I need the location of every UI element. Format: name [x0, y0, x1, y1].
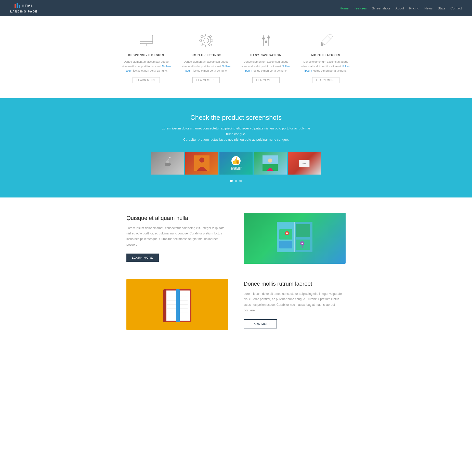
bar-icon-1	[15, 4, 16, 8]
map-section: Quisque et aliquam nulla Lorem ipsum dol…	[0, 197, 472, 279]
navbar-links: Home Features Screenshots About Pricing …	[340, 6, 462, 10]
map-desc: Lorem ipsum dolor sit amet, consectetur …	[126, 226, 228, 247]
svg-rect-9	[211, 40, 213, 41]
feature-desc-1: Donec elementum accumsan augue vitae mat…	[121, 60, 171, 73]
map-content-row: Quisque et aliquam nulla Lorem ipsum dol…	[126, 213, 346, 264]
wallet-content-row: Donec mollis rutrum laoreet Lorem ipsum …	[126, 279, 346, 330]
brand: HTML LANDING PAGE	[10, 3, 38, 13]
feature-item-more: MORE FEATURES Donec elementum accumsan a…	[301, 32, 351, 83]
svg-rect-7	[205, 45, 207, 47]
brand-subtitle: LANDING PAGE	[10, 10, 38, 13]
map-heading: Quisque et aliquam nulla	[126, 215, 228, 221]
svg-text:iorpo: iorpo	[303, 163, 306, 164]
carousel-dot-1[interactable]	[230, 180, 233, 182]
feature-title-1: RESPONSIVE DESIGN	[121, 54, 171, 57]
svg-point-42	[286, 232, 288, 234]
map-svg	[272, 219, 318, 257]
svg-point-25	[169, 157, 171, 158]
screenshot-thumb-4[interactable]	[254, 152, 287, 175]
carousel-dot-2[interactable]	[235, 180, 237, 182]
screenshot-thumb-2[interactable]	[185, 152, 218, 175]
svg-line-21	[327, 36, 331, 39]
navbar: HTML LANDING PAGE Home Features Screensh…	[0, 0, 472, 16]
feature-title-3: EASY NAVIGATION	[241, 54, 291, 57]
wallet-svg	[157, 284, 198, 325]
wallet-desc: Lorem ipsum dolor sit amet, consectetur …	[244, 291, 346, 313]
nav-link-stats[interactable]: Stats	[438, 6, 445, 10]
feature-item-settings: SIMPLE SETTINGS Donec elementum accumsan…	[181, 32, 231, 83]
map-visual	[244, 213, 346, 264]
svg-rect-40	[279, 241, 292, 248]
wallet-heading: Donec mollis rutrum laoreet	[244, 281, 346, 287]
feature-item-responsive: RESPONSIVE DESIGN Donec elementum accums…	[121, 32, 171, 83]
carousel-dot-3[interactable]	[239, 180, 242, 182]
svg-point-19	[267, 36, 270, 39]
map-learn-more-btn[interactable]: LEARN MORE	[126, 254, 159, 262]
map-image	[244, 213, 346, 264]
bar-icon-2	[17, 3, 18, 8]
feature-desc-3: Donec elementum accumsan augue vitae mat…	[241, 60, 291, 73]
nav-link-home[interactable]: Home	[340, 6, 349, 10]
nav-link-features[interactable]: Features	[354, 6, 367, 10]
screenshots-carousel: 👍 COMECE 2013CURTINDO! iorpo	[10, 152, 462, 175]
nav-link-news[interactable]: News	[424, 6, 433, 10]
nav-link-contact[interactable]: Contact	[450, 6, 462, 10]
features-section: RESPONSIVE DESIGN Donec elementum accums…	[0, 16, 472, 98]
learn-more-btn-3[interactable]: LEARN MORE	[252, 77, 279, 83]
svg-rect-57	[163, 289, 166, 322]
svg-point-5	[202, 36, 211, 45]
nav-link-pricing[interactable]: Pricing	[409, 6, 419, 10]
screenshots-heading: Check the product screenshots	[10, 114, 462, 122]
svg-point-18	[265, 41, 267, 43]
feature-title-4: MORE FEATURES	[301, 54, 351, 57]
wallet-visual	[126, 279, 228, 330]
svg-rect-8	[200, 40, 202, 41]
gear-icon	[197, 32, 215, 49]
feature-title-2: SIMPLE SETTINGS	[181, 54, 231, 57]
svg-rect-6	[205, 34, 207, 36]
svg-rect-0	[140, 35, 153, 44]
wallet-learn-more-btn[interactable]: LEARN MORE	[244, 319, 277, 328]
svg-point-17	[262, 37, 265, 40]
features-grid: RESPONSIVE DESIGN Donec elementum accums…	[121, 32, 351, 83]
nav-link-screenshots[interactable]: Screenshots	[372, 6, 390, 10]
svg-point-45	[301, 243, 303, 244]
feature-item-navigation: EASY NAVIGATION Donec elementum accumsan…	[241, 32, 291, 83]
screenshots-desc: Lorem ipsum dolor sit amet consectetur a…	[160, 126, 312, 142]
learn-more-btn-2[interactable]: LEARN MORE	[192, 77, 219, 83]
feature-desc-2: Donec elementum accumsan augue vitae mat…	[181, 60, 231, 73]
nav-link-about[interactable]: About	[395, 6, 404, 10]
screenshot-thumb-1[interactable]	[151, 152, 184, 175]
svg-point-23	[166, 160, 169, 163]
brand-logo	[15, 3, 20, 8]
learn-more-btn-1[interactable]: LEARN MORE	[133, 77, 160, 83]
carousel-dots	[10, 180, 462, 182]
wallet-image	[126, 279, 228, 330]
bar-icon-3	[19, 5, 20, 8]
svg-rect-38	[296, 224, 310, 237]
svg-rect-13	[209, 44, 212, 46]
monitor-icon	[137, 32, 155, 49]
pencil-icon	[317, 32, 335, 49]
wallet-text: Donec mollis rutrum laoreet Lorem ipsum …	[244, 281, 346, 328]
svg-point-30	[268, 158, 272, 163]
svg-rect-12	[201, 44, 203, 46]
screenshots-section: Check the product screenshots Lorem ipsu…	[0, 98, 472, 197]
learn-more-btn-4[interactable]: LEARN MORE	[312, 77, 339, 83]
svg-point-4	[204, 38, 209, 43]
screenshot-thumb-5[interactable]: iorpo	[288, 152, 321, 175]
sliders-icon	[257, 32, 275, 49]
wallet-section: Donec mollis rutrum laoreet Lorem ipsum …	[0, 279, 472, 345]
screenshot-thumb-3[interactable]: 👍 COMECE 2013CURTINDO!	[219, 152, 253, 175]
svg-point-27	[199, 157, 204, 163]
brand-name: HTML	[22, 4, 33, 8]
map-text: Quisque et aliquam nulla Lorem ipsum dol…	[126, 215, 228, 262]
svg-rect-56	[176, 289, 180, 322]
feature-desc-4: Donec elementum accumsan augue vitae mat…	[301, 60, 351, 73]
